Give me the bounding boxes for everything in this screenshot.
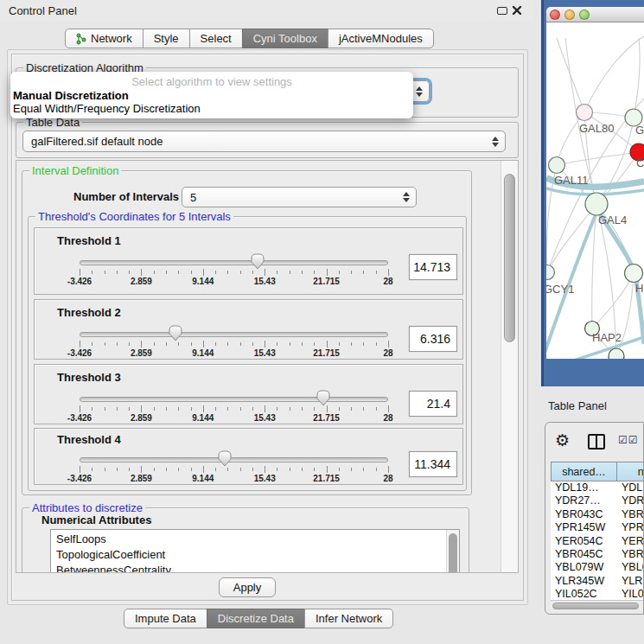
algorithm-item-equal-width[interactable]: Equal Width/Frequency Discretization (13, 102, 201, 115)
tick-label: 9.144 (192, 413, 214, 423)
tick-mark (265, 269, 265, 276)
number-of-intervals-combo[interactable]: 5 (182, 187, 417, 207)
tick-mark (376, 407, 377, 411)
table-row[interactable]: YBR043CYBR0 (551, 508, 644, 521)
table-cell[interactable]: YPR145W (551, 521, 617, 534)
mac-minimize-icon[interactable] (564, 10, 575, 20)
node-his[interactable] (625, 265, 643, 283)
network-window-titlebar[interactable] (546, 7, 644, 22)
tick-mark (191, 342, 192, 346)
slider-thumb[interactable] (251, 253, 265, 270)
tick-mark (339, 342, 340, 346)
list-scrollbar-thumb[interactable] (449, 533, 457, 573)
slider-thumb[interactable] (217, 450, 232, 467)
node-label-partial-h: H (635, 282, 643, 295)
attribute-list-item[interactable]: TopologicalCoefficient (56, 547, 443, 563)
column-header-name[interactable]: name (616, 462, 644, 481)
mac-zoom-icon[interactable] (579, 10, 590, 20)
tick-mark (327, 405, 328, 412)
network-canvas[interactable]: GAL80 GA C GAL11 GAL4 GCY1 H HAP2 (546, 22, 644, 359)
tab-jactivemnodules[interactable]: jActiveMNodules (328, 29, 434, 48)
apply-button[interactable]: Apply (219, 577, 276, 597)
table-cell[interactable]: YBR0 (617, 508, 644, 521)
tick-mark (141, 341, 142, 348)
table-cell[interactable]: YER0 (617, 535, 644, 548)
settings-scrollbar[interactable] (501, 161, 518, 572)
node-gcy1[interactable] (546, 265, 555, 280)
table-cell[interactable]: YDR2 (617, 494, 644, 507)
split-view-icon[interactable] (588, 434, 605, 450)
attribute-list-item[interactable]: SelfLoops (56, 532, 443, 547)
table-row[interactable]: YBR045CYBR0 (551, 548, 644, 561)
tick-label: 21.715 (313, 474, 340, 483)
slider-track[interactable] (80, 332, 388, 337)
table-cell[interactable]: YDL1 (617, 481, 644, 494)
slider-track[interactable] (80, 457, 388, 462)
tab-network[interactable]: Network (65, 29, 143, 48)
numerical-attributes-list[interactable]: SelfLoopsTopologicalCoefficientBetweenne… (50, 529, 460, 573)
node-bottom[interactable] (609, 348, 624, 359)
table-row[interactable]: YPR145WYPR1 (551, 521, 644, 534)
tick-mark (166, 407, 167, 411)
select-columns-icon[interactable]: ☑☑ (618, 434, 639, 446)
table-h-scrollbar[interactable] (551, 600, 644, 610)
mac-close-icon[interactable] (550, 10, 560, 20)
algorithm-placeholder-item[interactable]: Select algorithm to view settings (10, 75, 413, 88)
table-cell[interactable]: YBR043C (551, 508, 617, 521)
table-cell[interactable]: YDL19… (551, 481, 617, 494)
threshold-2-slider[interactable]: -3.4262.8599.14415.4321.71528 (80, 324, 388, 362)
threshold-1-value-field[interactable]: 14.713 (409, 254, 457, 280)
table-cell[interactable]: YER054C (551, 535, 617, 548)
tab-cyni-toolbox[interactable]: Cyni Toolbox (242, 29, 328, 48)
slider-thumb[interactable] (168, 325, 182, 341)
tab-select[interactable]: Select (189, 29, 243, 48)
table-cell[interactable]: YDR27… (551, 494, 617, 507)
slider-track[interactable] (80, 397, 388, 402)
tick-mark (92, 271, 92, 274)
table-row[interactable]: YDL19…YDL1 (551, 481, 644, 494)
table-h-scrollbar-thumb[interactable] (552, 603, 639, 609)
threshold-4-value-field[interactable]: 11.344 (409, 451, 457, 477)
gear-icon[interactable]: ⚙ (555, 430, 570, 450)
threshold-1-slider[interactable]: -3.4262.8599.14415.4321.71528 (80, 252, 388, 290)
close-panel-icon[interactable] (512, 5, 522, 16)
column-header-shared-name[interactable]: shared… (551, 462, 617, 481)
table-data-combo[interactable]: galFiltered.sif default node (22, 131, 506, 152)
table-row[interactable]: YLR345WYLR3 (551, 575, 644, 588)
attribute-list-item[interactable]: BetweennessCentrality (56, 563, 443, 573)
settings-scrollbar-thumb[interactable] (504, 174, 515, 342)
tick-label: 21.715 (313, 348, 340, 358)
slider-track[interactable] (80, 260, 388, 265)
attributes-group: Attributes to discretize Numerical Attri… (22, 507, 469, 573)
tick-mark (351, 271, 352, 274)
tab-infer-network[interactable]: Infer Network (304, 609, 393, 628)
algorithm-item-manual[interactable]: Manual Discretization (13, 89, 129, 102)
list-scrollbar[interactable] (446, 530, 459, 573)
tick-mark (252, 407, 253, 411)
tick-mark (227, 407, 228, 411)
threshold-4-slider[interactable]: -3.4262.8599.14415.4321.71528 (80, 450, 388, 488)
table-cell[interactable]: YLR345W (551, 575, 617, 588)
node-gal11[interactable] (549, 157, 565, 174)
table-cell[interactable]: YBR0 (617, 548, 644, 561)
tick-mark (215, 342, 216, 346)
node-gal4[interactable] (585, 193, 608, 215)
threshold-3-value-field[interactable]: 21.4 (409, 391, 457, 417)
table-cell[interactable]: YBL079W (551, 561, 617, 574)
tab-discretize-data[interactable]: Discretize Data (207, 609, 305, 628)
table-cell[interactable]: YBL0 (617, 561, 644, 574)
tab-style[interactable]: Style (143, 29, 190, 48)
tab-impute-data[interactable]: Impute Data (124, 609, 207, 628)
threshold-2-value-field[interactable]: 6.316 (409, 326, 457, 352)
float-panel-icon[interactable] (497, 7, 507, 15)
slider-tick-labels: -3.4262.8599.14415.4321.71528 (80, 277, 388, 287)
threshold-3-slider[interactable]: -3.4262.8599.14415.4321.71528 (80, 389, 388, 427)
table-cell[interactable]: YBR045C (551, 548, 617, 561)
table-cell[interactable]: YPR1 (617, 521, 644, 534)
table-row[interactable]: YER054CYER0 (551, 535, 644, 548)
table-row[interactable]: YDR27…YDR2 (551, 494, 644, 507)
table-cell[interactable]: YLR3 (617, 575, 644, 588)
table-row[interactable]: YBL079WYBL0 (551, 561, 644, 574)
slider-thumb[interactable] (316, 390, 331, 406)
node-gal80[interactable] (577, 105, 593, 121)
